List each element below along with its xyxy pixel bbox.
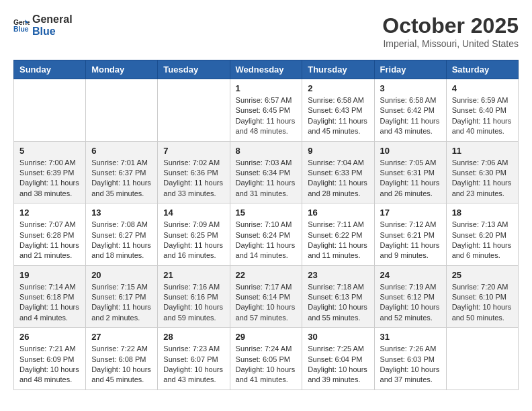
day-number: 10 bbox=[380, 146, 441, 156]
logo-blue-text: Blue bbox=[32, 26, 73, 38]
page-header: General Blue General Blue October 2025 I… bbox=[13, 13, 519, 49]
day-number: 31 bbox=[380, 332, 441, 342]
calendar-cell: 17Sunrise: 7:12 AMSunset: 6:21 PMDayligh… bbox=[374, 203, 446, 266]
day-info: Sunrise: 7:25 AMSunset: 6:04 PMDaylight:… bbox=[308, 344, 368, 385]
logo-general-text: General bbox=[32, 13, 73, 26]
weekday-header-monday: Monday bbox=[86, 60, 158, 79]
day-info: Sunrise: 6:59 AMSunset: 6:40 PMDaylight:… bbox=[452, 95, 513, 137]
calendar-cell: 15Sunrise: 7:10 AMSunset: 6:24 PMDayligh… bbox=[230, 203, 302, 266]
calendar-cell: 22Sunrise: 7:17 AMSunset: 6:14 PMDayligh… bbox=[230, 265, 302, 328]
day-number: 20 bbox=[91, 270, 152, 280]
day-info: Sunrise: 6:58 AMSunset: 6:43 PMDaylight:… bbox=[308, 95, 368, 137]
day-number: 2 bbox=[308, 83, 368, 93]
calendar-cell: 31Sunrise: 7:26 AMSunset: 6:03 PMDayligh… bbox=[374, 328, 446, 390]
calendar-cell: 11Sunrise: 7:06 AMSunset: 6:30 PMDayligh… bbox=[446, 141, 518, 203]
day-info: Sunrise: 7:11 AMSunset: 6:22 PMDaylight:… bbox=[308, 220, 368, 261]
day-number: 12 bbox=[19, 208, 80, 218]
day-info: Sunrise: 7:04 AMSunset: 6:33 PMDaylight:… bbox=[308, 158, 368, 199]
day-number: 19 bbox=[19, 270, 80, 280]
svg-text:Blue: Blue bbox=[13, 25, 29, 32]
day-number: 6 bbox=[91, 146, 152, 156]
calendar-cell: 24Sunrise: 7:19 AMSunset: 6:12 PMDayligh… bbox=[374, 265, 446, 328]
calendar-cell: 21Sunrise: 7:16 AMSunset: 6:16 PMDayligh… bbox=[158, 265, 230, 328]
day-info: Sunrise: 7:13 AMSunset: 6:20 PMDaylight:… bbox=[452, 220, 513, 261]
day-info: Sunrise: 7:16 AMSunset: 6:16 PMDaylight:… bbox=[163, 282, 224, 324]
day-number: 18 bbox=[452, 208, 513, 218]
calendar-cell: 12Sunrise: 7:07 AMSunset: 6:28 PMDayligh… bbox=[14, 203, 86, 266]
day-info: Sunrise: 7:06 AMSunset: 6:30 PMDaylight:… bbox=[452, 158, 513, 199]
day-number: 11 bbox=[452, 146, 513, 156]
day-number: 1 bbox=[236, 83, 297, 93]
day-info: Sunrise: 7:14 AMSunset: 6:18 PMDaylight:… bbox=[19, 282, 80, 324]
calendar-cell: 16Sunrise: 7:11 AMSunset: 6:22 PMDayligh… bbox=[302, 203, 374, 266]
day-info: Sunrise: 6:58 AMSunset: 6:42 PMDaylight:… bbox=[380, 95, 441, 137]
day-info: Sunrise: 7:02 AMSunset: 6:36 PMDaylight:… bbox=[163, 158, 224, 199]
calendar-cell: 19Sunrise: 7:14 AMSunset: 6:18 PMDayligh… bbox=[14, 265, 86, 328]
calendar-cell bbox=[446, 328, 518, 390]
day-info: Sunrise: 6:57 AMSunset: 6:45 PMDaylight:… bbox=[236, 95, 297, 137]
calendar-cell: 8Sunrise: 7:03 AMSunset: 6:34 PMDaylight… bbox=[230, 141, 302, 203]
day-number: 25 bbox=[452, 270, 513, 280]
day-number: 29 bbox=[236, 332, 297, 342]
day-info: Sunrise: 7:26 AMSunset: 6:03 PMDaylight:… bbox=[380, 344, 441, 385]
day-info: Sunrise: 7:10 AMSunset: 6:24 PMDaylight:… bbox=[236, 220, 297, 261]
day-number: 26 bbox=[19, 332, 80, 342]
calendar-week-row: 12Sunrise: 7:07 AMSunset: 6:28 PMDayligh… bbox=[14, 203, 519, 266]
calendar-cell: 6Sunrise: 7:01 AMSunset: 6:37 PMDaylight… bbox=[86, 141, 158, 203]
day-info: Sunrise: 7:23 AMSunset: 6:07 PMDaylight:… bbox=[163, 344, 224, 385]
day-number: 27 bbox=[91, 332, 152, 342]
calendar-cell: 25Sunrise: 7:20 AMSunset: 6:10 PMDayligh… bbox=[446, 265, 518, 328]
day-number: 14 bbox=[163, 208, 224, 218]
calendar-cell bbox=[158, 79, 230, 142]
location: Imperial, Missouri, United States bbox=[382, 38, 519, 49]
weekday-header-thursday: Thursday bbox=[302, 60, 374, 79]
calendar-cell: 28Sunrise: 7:23 AMSunset: 6:07 PMDayligh… bbox=[158, 328, 230, 390]
day-info: Sunrise: 7:22 AMSunset: 6:08 PMDaylight:… bbox=[91, 344, 152, 385]
calendar-cell: 4Sunrise: 6:59 AMSunset: 6:40 PMDaylight… bbox=[446, 79, 518, 142]
calendar-cell: 30Sunrise: 7:25 AMSunset: 6:04 PMDayligh… bbox=[302, 328, 374, 390]
day-info: Sunrise: 7:15 AMSunset: 6:17 PMDaylight:… bbox=[91, 282, 152, 324]
day-number: 22 bbox=[236, 270, 297, 280]
title-block: October 2025 Imperial, Missouri, United … bbox=[382, 13, 519, 49]
day-number: 28 bbox=[163, 332, 224, 342]
calendar-cell: 26Sunrise: 7:21 AMSunset: 6:09 PMDayligh… bbox=[14, 328, 86, 390]
logo: General Blue General Blue bbox=[13, 13, 73, 37]
day-number: 21 bbox=[163, 270, 224, 280]
day-number: 7 bbox=[163, 146, 224, 156]
calendar-cell: 2Sunrise: 6:58 AMSunset: 6:43 PMDaylight… bbox=[302, 79, 374, 142]
calendar-cell: 27Sunrise: 7:22 AMSunset: 6:08 PMDayligh… bbox=[86, 328, 158, 390]
calendar-cell: 29Sunrise: 7:24 AMSunset: 6:05 PMDayligh… bbox=[230, 328, 302, 390]
weekday-header-row: SundayMondayTuesdayWednesdayThursdayFrid… bbox=[14, 60, 519, 79]
day-number: 8 bbox=[236, 146, 297, 156]
day-number: 23 bbox=[308, 270, 368, 280]
weekday-header-sunday: Sunday bbox=[14, 60, 86, 79]
calendar-week-row: 5Sunrise: 7:00 AMSunset: 6:39 PMDaylight… bbox=[14, 141, 519, 203]
day-info: Sunrise: 7:18 AMSunset: 6:13 PMDaylight:… bbox=[308, 282, 368, 324]
day-info: Sunrise: 7:09 AMSunset: 6:25 PMDaylight:… bbox=[163, 220, 224, 261]
calendar-cell: 5Sunrise: 7:00 AMSunset: 6:39 PMDaylight… bbox=[14, 141, 86, 203]
logo-icon: General Blue bbox=[13, 17, 30, 34]
calendar-cell: 14Sunrise: 7:09 AMSunset: 6:25 PMDayligh… bbox=[158, 203, 230, 266]
calendar-cell: 18Sunrise: 7:13 AMSunset: 6:20 PMDayligh… bbox=[446, 203, 518, 266]
day-info: Sunrise: 7:08 AMSunset: 6:27 PMDaylight:… bbox=[91, 220, 152, 261]
day-number: 30 bbox=[308, 332, 368, 342]
day-number: 17 bbox=[380, 208, 441, 218]
day-number: 4 bbox=[452, 83, 513, 93]
day-number: 3 bbox=[380, 83, 441, 93]
day-info: Sunrise: 7:21 AMSunset: 6:09 PMDaylight:… bbox=[19, 344, 80, 385]
calendar-cell: 13Sunrise: 7:08 AMSunset: 6:27 PMDayligh… bbox=[86, 203, 158, 266]
calendar-week-row: 26Sunrise: 7:21 AMSunset: 6:09 PMDayligh… bbox=[14, 328, 519, 390]
weekday-header-tuesday: Tuesday bbox=[158, 60, 230, 79]
day-info: Sunrise: 7:20 AMSunset: 6:10 PMDaylight:… bbox=[452, 282, 513, 324]
calendar-cell: 20Sunrise: 7:15 AMSunset: 6:17 PMDayligh… bbox=[86, 265, 158, 328]
calendar-cell bbox=[14, 79, 86, 142]
day-number: 15 bbox=[236, 208, 297, 218]
calendar-week-row: 19Sunrise: 7:14 AMSunset: 6:18 PMDayligh… bbox=[14, 265, 519, 328]
calendar-cell: 1Sunrise: 6:57 AMSunset: 6:45 PMDaylight… bbox=[230, 79, 302, 142]
day-info: Sunrise: 7:19 AMSunset: 6:12 PMDaylight:… bbox=[380, 282, 441, 324]
month-title: October 2025 bbox=[382, 13, 519, 38]
calendar-cell: 23Sunrise: 7:18 AMSunset: 6:13 PMDayligh… bbox=[302, 265, 374, 328]
day-number: 24 bbox=[380, 270, 441, 280]
weekday-header-friday: Friday bbox=[374, 60, 446, 79]
weekday-header-saturday: Saturday bbox=[446, 60, 518, 79]
